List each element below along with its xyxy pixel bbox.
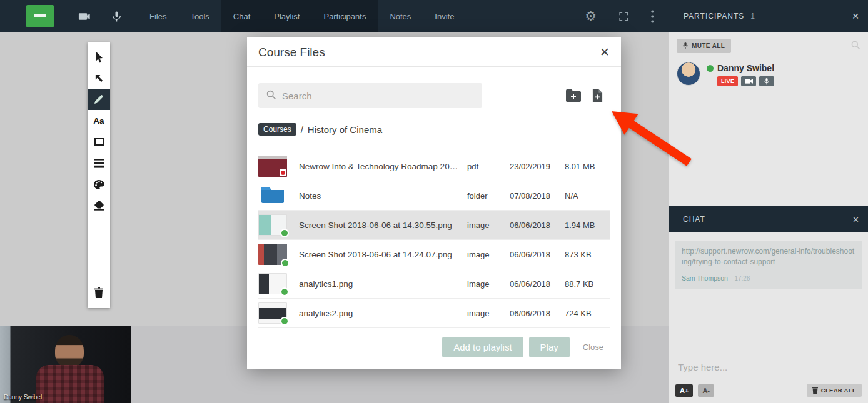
eraser-tool-icon[interactable] bbox=[88, 195, 110, 216]
online-status-icon bbox=[707, 65, 714, 72]
chat-input[interactable] bbox=[675, 358, 862, 376]
play-button[interactable]: Play bbox=[529, 337, 570, 357]
participant-name: Danny Swibel bbox=[717, 63, 774, 73]
file-name: analytics2.png bbox=[287, 309, 467, 318]
chat-message-time: 17:26 bbox=[734, 275, 750, 282]
nav-label: Tools bbox=[190, 12, 209, 21]
chat-panel-title: CHAT bbox=[683, 215, 705, 224]
file-date: 06/06/2018 bbox=[510, 309, 565, 318]
participant-avatar bbox=[677, 62, 700, 86]
participants-panel: MUTE ALL Danny Swibel LIVE bbox=[669, 32, 868, 206]
microphone-toggle-icon[interactable] bbox=[111, 10, 123, 23]
file-date: 23/02/2019 bbox=[510, 162, 565, 171]
nav-label: Playlist bbox=[274, 12, 300, 21]
participants-panel-header: PARTICIPANTS 1 ✕ bbox=[669, 0, 868, 32]
webcam-name-label: Danny Swibel bbox=[4, 394, 42, 401]
participant-mic-icon[interactable] bbox=[759, 76, 774, 86]
font-increase-button[interactable]: A+ bbox=[675, 384, 693, 397]
nav-item-notes[interactable]: Notes bbox=[378, 0, 423, 32]
chat-message-link[interactable]: http://support.newrow.com/general-info/t… bbox=[682, 246, 855, 267]
file-name: Newrow Into & Technology Roadmap 2019 - … bbox=[287, 162, 467, 171]
chat-spacer bbox=[675, 289, 862, 358]
add-folder-icon[interactable] bbox=[565, 89, 582, 102]
file-size: 88.7 KB bbox=[565, 279, 610, 289]
line-width-tool-icon[interactable] bbox=[88, 152, 110, 174]
file-row-pdf[interactable]: Newrow Into & Technology Roadmap 2019 - … bbox=[258, 152, 610, 181]
pointer-tool-icon[interactable] bbox=[88, 46, 110, 67]
nav-label: Notes bbox=[390, 12, 411, 21]
app-logo bbox=[26, 5, 54, 27]
chat-panel-body: http://support.newrow.com/general-info/t… bbox=[669, 232, 868, 403]
participant-camera-icon[interactable] bbox=[741, 76, 756, 86]
file-date: 07/08/2018 bbox=[510, 191, 565, 201]
file-type: image bbox=[467, 221, 510, 230]
settings-gear-icon[interactable]: ⚙ bbox=[585, 9, 597, 24]
image-badge-icon bbox=[280, 317, 289, 326]
breadcrumb-root[interactable]: Courses bbox=[258, 123, 296, 136]
mute-all-button[interactable]: MUTE ALL bbox=[677, 39, 731, 53]
clear-all-label: CLEAR ALL bbox=[821, 387, 856, 394]
top-bar: Files Tools Chat Playlist Participants N… bbox=[0, 0, 868, 32]
file-name: analytics1.png bbox=[287, 279, 467, 289]
file-row-analytics2[interactable]: analytics2.png image 06/06/2018 724 KB bbox=[258, 299, 610, 328]
font-decrease-button[interactable]: A- bbox=[698, 384, 714, 397]
webcam-tile[interactable]: Danny Swibel bbox=[0, 326, 131, 403]
webcam-toggle-icon[interactable] bbox=[78, 9, 92, 24]
trash-tool-icon[interactable] bbox=[88, 282, 110, 303]
shape-tool-icon[interactable] bbox=[88, 131, 110, 152]
close-button[interactable]: Close bbox=[583, 342, 603, 352]
rectangle-glyph bbox=[94, 138, 104, 146]
participants-close-icon[interactable]: ✕ bbox=[852, 11, 859, 21]
pdf-thumbnail bbox=[258, 156, 287, 177]
file-name: Screen Shot 2018-06-06 at 14.24.07.png bbox=[287, 250, 467, 259]
nav-label: Invite bbox=[435, 12, 454, 21]
webcam-person-head bbox=[55, 335, 84, 367]
color-palette-tool-icon[interactable] bbox=[88, 174, 110, 195]
nav-label: Participants bbox=[323, 12, 366, 21]
breadcrumb-separator: / bbox=[301, 124, 303, 135]
nav-item-tools[interactable]: Tools bbox=[178, 0, 221, 32]
file-search-box bbox=[258, 83, 482, 108]
file-date: 06/06/2018 bbox=[510, 221, 565, 230]
chat-message-meta: Sam Thompson 17:26 bbox=[682, 272, 855, 283]
pencil-tool-icon[interactable] bbox=[88, 89, 110, 110]
topbar-right-controls: ⚙ bbox=[585, 0, 669, 32]
file-type: folder bbox=[467, 191, 510, 201]
file-size: 1.94 MB bbox=[565, 221, 610, 230]
chat-controls: A+ A- CLEAR ALL bbox=[675, 384, 862, 397]
nav-item-playlist[interactable]: Playlist bbox=[262, 0, 311, 32]
whiteboard-toolbar: Aa bbox=[88, 42, 110, 308]
file-row-folder[interactable]: Notes folder 07/08/2018 N/A bbox=[258, 181, 610, 211]
mute-all-label: MUTE ALL bbox=[692, 42, 725, 49]
nav-item-chat[interactable]: Chat bbox=[221, 0, 262, 32]
text-tool-glyph: Aa bbox=[93, 116, 104, 126]
right-sidebar: MUTE ALL Danny Swibel LIVE bbox=[669, 32, 868, 403]
file-type: image bbox=[467, 250, 510, 259]
select-arrow-tool-icon[interactable] bbox=[88, 67, 110, 89]
modal-toolbar bbox=[258, 83, 603, 108]
chat-close-icon[interactable]: ✕ bbox=[852, 215, 859, 224]
file-size: 724 KB bbox=[565, 309, 610, 318]
file-type: pdf bbox=[467, 162, 510, 171]
image-thumbnail bbox=[258, 273, 287, 294]
file-list: Newrow Into & Technology Roadmap 2019 - … bbox=[258, 152, 610, 328]
file-search-input[interactable] bbox=[282, 91, 475, 101]
fullscreen-icon[interactable] bbox=[618, 11, 630, 22]
modal-title: Course Files bbox=[258, 46, 325, 59]
participant-row[interactable]: Danny Swibel LIVE bbox=[677, 62, 860, 86]
kebab-menu-icon[interactable] bbox=[651, 10, 654, 23]
nav-item-participants[interactable]: Participants bbox=[311, 0, 378, 32]
file-row-screenshot-1[interactable]: Screen Shot 2018-06-06 at 14.30.55.png i… bbox=[258, 211, 610, 240]
nav-item-files[interactable]: Files bbox=[138, 0, 178, 32]
participants-search-icon[interactable] bbox=[850, 40, 860, 52]
add-file-icon[interactable] bbox=[592, 89, 603, 103]
add-to-playlist-button[interactable]: Add to playlist bbox=[442, 337, 523, 357]
nav-item-invite[interactable]: Invite bbox=[423, 0, 466, 32]
file-type: image bbox=[467, 279, 510, 289]
clear-all-button[interactable]: CLEAR ALL bbox=[807, 384, 862, 397]
file-row-analytics1[interactable]: analytics1.png image 06/06/2018 88.7 KB bbox=[258, 269, 610, 299]
text-tool-icon[interactable]: Aa bbox=[88, 110, 110, 131]
file-row-screenshot-2[interactable]: Screen Shot 2018-06-06 at 14.24.07.png i… bbox=[258, 240, 610, 269]
nav-label: Files bbox=[149, 12, 166, 21]
modal-close-icon[interactable]: ✕ bbox=[600, 45, 610, 59]
